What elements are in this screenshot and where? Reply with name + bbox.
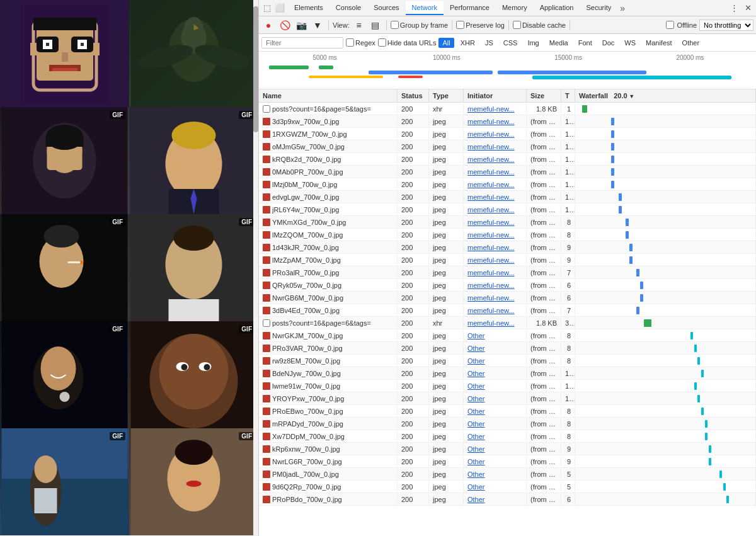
tab-elements[interactable]: Elements: [288, 1, 329, 15]
table-row[interactable]: kRp6xnw_700w_0.jpg200jpegOther(from d...…: [259, 443, 756, 455]
header-name[interactable]: Name: [259, 89, 398, 102]
cell-initiator[interactable]: memeful-new...: [464, 293, 527, 303]
header-initiator[interactable]: Initiator: [464, 89, 527, 102]
table-row[interactable]: 3dBv4Ed_700w_0.jpg200jpegmemeful-new...(…: [259, 304, 756, 317]
cell-initiator[interactable]: Other: [464, 343, 527, 353]
table-row[interactable]: PRoPBdo_700w_0.jpg200jpegOther(from d...…: [259, 493, 756, 506]
cell-initiator[interactable]: memeful-new...: [464, 205, 527, 215]
table-row[interactable]: NwrLG6R_700w_0.jpg200jpegOther(from d...…: [259, 455, 756, 468]
tab-performance[interactable]: Performance: [444, 1, 496, 15]
table-row[interactable]: 1d43kJR_700w_0.jpg200jpegmemeful-new...(…: [259, 241, 756, 254]
table-row[interactable]: PM0jadL_700w_0.jpg200jpegOther(from d...…: [259, 468, 756, 481]
row-checkbox[interactable]: [263, 105, 270, 113]
cell-initiator[interactable]: memeful-new...: [464, 305, 527, 316]
image-cell-4[interactable]: GIF: [129, 107, 258, 214]
tab-memory[interactable]: Memory: [496, 1, 534, 15]
cell-initiator[interactable]: memeful-new...: [464, 167, 527, 177]
cell-initiator[interactable]: memeful-new...: [464, 255, 527, 265]
filter-input[interactable]: [261, 37, 343, 48]
cell-initiator[interactable]: Other: [464, 444, 527, 454]
cell-initiator[interactable]: memeful-new...: [464, 154, 527, 164]
tab-more-icon[interactable]: »: [620, 3, 625, 13]
image-cell-6[interactable]: GIF: [129, 214, 258, 321]
table-row[interactable]: PRo3VAR_700w_0.jpg200jpegOther(from d...…: [259, 342, 756, 355]
disable-cache-input[interactable]: [513, 21, 521, 29]
group-by-frame-checkbox[interactable]: Group by frame: [391, 21, 448, 29]
tab-console[interactable]: Console: [329, 1, 367, 15]
image-cell-10[interactable]: GIF: [129, 428, 258, 535]
header-size[interactable]: Size: [527, 89, 561, 102]
preserve-log-checkbox[interactable]: Preserve log: [456, 21, 505, 29]
cell-initiator[interactable]: memeful-new...: [464, 142, 527, 152]
filter-css-tag[interactable]: CSS: [500, 38, 522, 48]
cell-initiator[interactable]: Other: [464, 419, 527, 429]
table-row[interactable]: oMJmG5w_700w_0.jpg200jpegmemeful-new...(…: [259, 140, 756, 153]
filter-all-tag[interactable]: All: [438, 38, 454, 48]
cell-initiator[interactable]: Other: [464, 356, 527, 366]
tab-application[interactable]: Application: [534, 1, 580, 15]
cell-initiator[interactable]: Other: [464, 331, 527, 341]
cell-initiator[interactable]: memeful-new...: [464, 242, 527, 253]
table-row[interactable]: 1RXGWZM_700w_0.jpg200jpegmemeful-new...(…: [259, 128, 756, 140]
table-row[interactable]: 3d3p9xw_700w_0.jpg200jpegmemeful-new...(…: [259, 115, 756, 128]
regex-input[interactable]: [346, 38, 354, 47]
image-cell-5[interactable]: GIF: [0, 214, 129, 321]
filter-js-tag[interactable]: JS: [481, 38, 497, 48]
header-type[interactable]: Type: [429, 89, 464, 102]
filter-ws-tag[interactable]: WS: [621, 38, 639, 48]
header-status[interactable]: Status: [398, 89, 429, 102]
table-row[interactable]: QRyk05w_700w_0.jpg200jpegmemeful-new...(…: [259, 279, 756, 292]
capture-screenshot-button[interactable]: 📷: [294, 18, 308, 32]
record-button[interactable]: ●: [261, 18, 275, 32]
row-checkbox[interactable]: [263, 319, 270, 327]
image-cell-3[interactable]: GIF: [0, 107, 129, 214]
preserve-log-input[interactable]: [456, 21, 464, 29]
image-cell-2[interactable]: [129, 0, 258, 107]
image-cell-9[interactable]: GIF: [0, 428, 129, 535]
devtools-close-icon[interactable]: ✕: [742, 3, 753, 14]
tab-security[interactable]: Security: [580, 1, 617, 15]
filter-img-tag[interactable]: Img: [524, 38, 542, 48]
device-icon[interactable]: ⬜: [274, 3, 285, 14]
tab-sources[interactable]: Sources: [367, 1, 405, 15]
table-row[interactable]: NwrGKJM_700w_0.jpg200jpegOther(from d...…: [259, 329, 756, 342]
cell-initiator[interactable]: memeful-new...: [464, 192, 527, 202]
table-row[interactable]: jRL6Y4w_700w_0.jpg200jpegmemeful-new...(…: [259, 203, 756, 216]
filter-toggle-button[interactable]: ▼: [311, 18, 324, 32]
hide-data-urls-input[interactable]: [378, 38, 386, 47]
cell-initiator[interactable]: Other: [464, 457, 527, 467]
table-row[interactable]: PRo3alR_700w_0.jpg200jpegmemeful-new...(…: [259, 266, 756, 279]
tab-network[interactable]: Network: [406, 1, 444, 15]
cell-initiator[interactable]: Other: [464, 482, 527, 492]
table-row[interactable]: Xw7DDpM_700w_0.jpg200jpegOther(from d...…: [259, 430, 756, 443]
cell-initiator[interactable]: memeful-new...: [464, 180, 527, 190]
disable-cache-checkbox[interactable]: Disable cache: [513, 21, 566, 29]
image-cell-1[interactable]: [0, 0, 129, 107]
cell-initiator[interactable]: Other: [464, 406, 527, 416]
cell-initiator[interactable]: Other: [464, 469, 527, 479]
cursor-icon[interactable]: ⬚: [261, 3, 273, 14]
group-view-button[interactable]: ▤: [369, 18, 382, 32]
image-cell-7[interactable]: GIF: [0, 321, 129, 428]
cell-initiator[interactable]: memeful-new...: [464, 217, 527, 227]
cell-initiator[interactable]: Other: [464, 494, 527, 505]
filter-manifest-tag[interactable]: Manifest: [642, 38, 676, 48]
devtools-menu-icon[interactable]: ⋮: [728, 3, 740, 14]
header-waterfall[interactable]: Waterfall 20.0: [575, 89, 756, 102]
cell-initiator[interactable]: Other: [464, 381, 527, 391]
scrollbar[interactable]: [253, 0, 258, 536]
table-row[interactable]: NwrGB6M_700w_0.jpg200jpegmemeful-new...(…: [259, 292, 756, 304]
list-view-button[interactable]: ≡: [352, 18, 366, 32]
table-row[interactable]: YROYPxw_700w_0.jpg200jpegOther(from d...…: [259, 392, 756, 405]
cell-initiator[interactable]: Other: [464, 394, 527, 404]
table-row[interactable]: lwme91w_700w_0.jpg200jpegOther(from d...…: [259, 380, 756, 392]
table-row[interactable]: kRQBx2d_700w_0.jpg200jpegmemeful-new...(…: [259, 153, 756, 166]
cell-initiator[interactable]: Other: [464, 431, 527, 442]
table-row[interactable]: lMzj0bM_700w_0.jpg200jpegmemeful-new...(…: [259, 178, 756, 191]
cell-initiator[interactable]: memeful-new...: [464, 129, 527, 139]
table-row[interactable]: BdeNJyw_700w_0.jpg200jpegOther(from d...…: [259, 367, 756, 380]
table-row[interactable]: edvgLgw_700w_0.jpg200jpegmemeful-new...(…: [259, 191, 756, 203]
cell-initiator[interactable]: memeful-new...: [464, 230, 527, 240]
filter-media-tag[interactable]: Media: [546, 38, 572, 48]
regex-checkbox[interactable]: Regex: [346, 38, 375, 47]
